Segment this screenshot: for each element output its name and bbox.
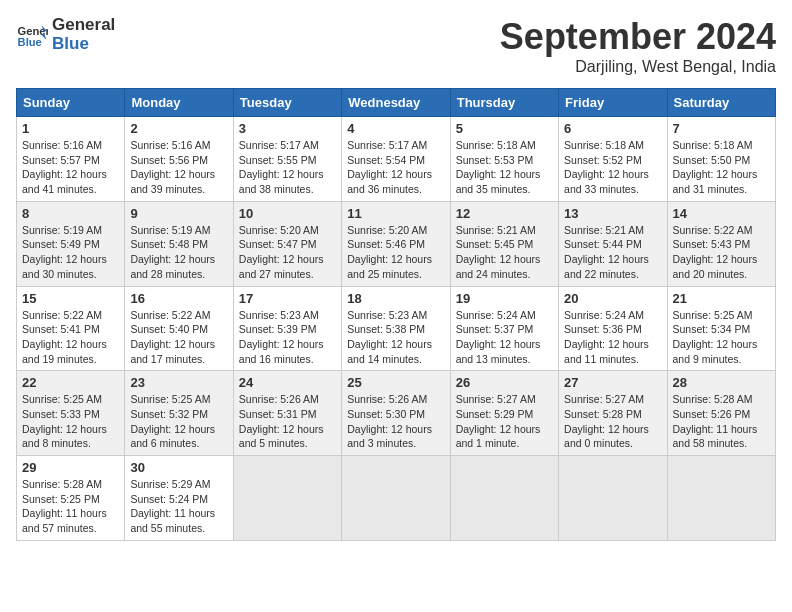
day-header-friday: Friday xyxy=(559,89,667,117)
day-info: Sunrise: 5:25 AM Sunset: 5:33 PM Dayligh… xyxy=(22,392,119,451)
calendar-table: SundayMondayTuesdayWednesdayThursdayFrid… xyxy=(16,88,776,541)
day-number: 7 xyxy=(673,121,770,136)
calendar-week-1: 1 Sunrise: 5:16 AM Sunset: 5:57 PM Dayli… xyxy=(17,117,776,202)
calendar-cell: 13 Sunrise: 5:21 AM Sunset: 5:44 PM Dayl… xyxy=(559,201,667,286)
page-header: General Blue General Blue September 2024… xyxy=(16,16,776,76)
day-info: Sunrise: 5:20 AM Sunset: 5:47 PM Dayligh… xyxy=(239,223,336,282)
calendar-cell: 10 Sunrise: 5:20 AM Sunset: 5:47 PM Dayl… xyxy=(233,201,341,286)
calendar-cell: 26 Sunrise: 5:27 AM Sunset: 5:29 PM Dayl… xyxy=(450,371,558,456)
calendar-cell xyxy=(667,456,775,541)
day-info: Sunrise: 5:23 AM Sunset: 5:38 PM Dayligh… xyxy=(347,308,444,367)
day-info: Sunrise: 5:16 AM Sunset: 5:57 PM Dayligh… xyxy=(22,138,119,197)
calendar-cell xyxy=(450,456,558,541)
calendar-week-4: 22 Sunrise: 5:25 AM Sunset: 5:33 PM Dayl… xyxy=(17,371,776,456)
calendar-cell: 2 Sunrise: 5:16 AM Sunset: 5:56 PM Dayli… xyxy=(125,117,233,202)
calendar-cell xyxy=(233,456,341,541)
calendar-week-5: 29 Sunrise: 5:28 AM Sunset: 5:25 PM Dayl… xyxy=(17,456,776,541)
day-info: Sunrise: 5:20 AM Sunset: 5:46 PM Dayligh… xyxy=(347,223,444,282)
day-info: Sunrise: 5:22 AM Sunset: 5:40 PM Dayligh… xyxy=(130,308,227,367)
day-header-tuesday: Tuesday xyxy=(233,89,341,117)
calendar-cell xyxy=(342,456,450,541)
day-number: 27 xyxy=(564,375,661,390)
calendar-cell: 15 Sunrise: 5:22 AM Sunset: 5:41 PM Dayl… xyxy=(17,286,125,371)
day-info: Sunrise: 5:23 AM Sunset: 5:39 PM Dayligh… xyxy=(239,308,336,367)
day-number: 25 xyxy=(347,375,444,390)
day-number: 4 xyxy=(347,121,444,136)
day-info: Sunrise: 5:17 AM Sunset: 5:54 PM Dayligh… xyxy=(347,138,444,197)
day-info: Sunrise: 5:27 AM Sunset: 5:29 PM Dayligh… xyxy=(456,392,553,451)
day-header-saturday: Saturday xyxy=(667,89,775,117)
calendar-cell: 24 Sunrise: 5:26 AM Sunset: 5:31 PM Dayl… xyxy=(233,371,341,456)
day-info: Sunrise: 5:28 AM Sunset: 5:26 PM Dayligh… xyxy=(673,392,770,451)
day-number: 26 xyxy=(456,375,553,390)
day-header-sunday: Sunday xyxy=(17,89,125,117)
day-number: 28 xyxy=(673,375,770,390)
day-info: Sunrise: 5:17 AM Sunset: 5:55 PM Dayligh… xyxy=(239,138,336,197)
location-title: Darjiling, West Bengal, India xyxy=(500,58,776,76)
day-info: Sunrise: 5:19 AM Sunset: 5:48 PM Dayligh… xyxy=(130,223,227,282)
title-block: September 2024 Darjiling, West Bengal, I… xyxy=(500,16,776,76)
day-number: 6 xyxy=(564,121,661,136)
calendar-cell: 27 Sunrise: 5:27 AM Sunset: 5:28 PM Dayl… xyxy=(559,371,667,456)
day-number: 1 xyxy=(22,121,119,136)
calendar-cell: 29 Sunrise: 5:28 AM Sunset: 5:25 PM Dayl… xyxy=(17,456,125,541)
day-number: 2 xyxy=(130,121,227,136)
calendar-header-row: SundayMondayTuesdayWednesdayThursdayFrid… xyxy=(17,89,776,117)
day-info: Sunrise: 5:21 AM Sunset: 5:44 PM Dayligh… xyxy=(564,223,661,282)
day-number: 23 xyxy=(130,375,227,390)
day-info: Sunrise: 5:26 AM Sunset: 5:31 PM Dayligh… xyxy=(239,392,336,451)
day-number: 22 xyxy=(22,375,119,390)
day-number: 5 xyxy=(456,121,553,136)
day-number: 21 xyxy=(673,291,770,306)
day-header-monday: Monday xyxy=(125,89,233,117)
logo-text-general: General xyxy=(52,16,115,35)
calendar-cell: 14 Sunrise: 5:22 AM Sunset: 5:43 PM Dayl… xyxy=(667,201,775,286)
day-info: Sunrise: 5:18 AM Sunset: 5:50 PM Dayligh… xyxy=(673,138,770,197)
calendar-cell: 21 Sunrise: 5:25 AM Sunset: 5:34 PM Dayl… xyxy=(667,286,775,371)
day-info: Sunrise: 5:25 AM Sunset: 5:32 PM Dayligh… xyxy=(130,392,227,451)
calendar-cell: 18 Sunrise: 5:23 AM Sunset: 5:38 PM Dayl… xyxy=(342,286,450,371)
day-info: Sunrise: 5:26 AM Sunset: 5:30 PM Dayligh… xyxy=(347,392,444,451)
calendar-cell: 22 Sunrise: 5:25 AM Sunset: 5:33 PM Dayl… xyxy=(17,371,125,456)
day-number: 10 xyxy=(239,206,336,221)
day-info: Sunrise: 5:19 AM Sunset: 5:49 PM Dayligh… xyxy=(22,223,119,282)
logo-icon: General Blue xyxy=(16,19,48,51)
day-number: 19 xyxy=(456,291,553,306)
day-number: 9 xyxy=(130,206,227,221)
day-number: 17 xyxy=(239,291,336,306)
day-info: Sunrise: 5:24 AM Sunset: 5:36 PM Dayligh… xyxy=(564,308,661,367)
day-info: Sunrise: 5:27 AM Sunset: 5:28 PM Dayligh… xyxy=(564,392,661,451)
calendar-cell xyxy=(559,456,667,541)
calendar-cell: 3 Sunrise: 5:17 AM Sunset: 5:55 PM Dayli… xyxy=(233,117,341,202)
day-number: 8 xyxy=(22,206,119,221)
day-number: 16 xyxy=(130,291,227,306)
day-info: Sunrise: 5:29 AM Sunset: 5:24 PM Dayligh… xyxy=(130,477,227,536)
calendar-week-3: 15 Sunrise: 5:22 AM Sunset: 5:41 PM Dayl… xyxy=(17,286,776,371)
day-number: 29 xyxy=(22,460,119,475)
day-header-wednesday: Wednesday xyxy=(342,89,450,117)
calendar-cell: 16 Sunrise: 5:22 AM Sunset: 5:40 PM Dayl… xyxy=(125,286,233,371)
calendar-cell: 25 Sunrise: 5:26 AM Sunset: 5:30 PM Dayl… xyxy=(342,371,450,456)
day-number: 12 xyxy=(456,206,553,221)
day-info: Sunrise: 5:22 AM Sunset: 5:41 PM Dayligh… xyxy=(22,308,119,367)
day-number: 3 xyxy=(239,121,336,136)
day-info: Sunrise: 5:22 AM Sunset: 5:43 PM Dayligh… xyxy=(673,223,770,282)
calendar-cell: 17 Sunrise: 5:23 AM Sunset: 5:39 PM Dayl… xyxy=(233,286,341,371)
calendar-cell: 11 Sunrise: 5:20 AM Sunset: 5:46 PM Dayl… xyxy=(342,201,450,286)
month-title: September 2024 xyxy=(500,16,776,58)
calendar-cell: 12 Sunrise: 5:21 AM Sunset: 5:45 PM Dayl… xyxy=(450,201,558,286)
calendar-week-2: 8 Sunrise: 5:19 AM Sunset: 5:49 PM Dayli… xyxy=(17,201,776,286)
logo-text-blue: Blue xyxy=(52,35,115,54)
day-info: Sunrise: 5:28 AM Sunset: 5:25 PM Dayligh… xyxy=(22,477,119,536)
day-info: Sunrise: 5:21 AM Sunset: 5:45 PM Dayligh… xyxy=(456,223,553,282)
calendar-cell: 5 Sunrise: 5:18 AM Sunset: 5:53 PM Dayli… xyxy=(450,117,558,202)
logo: General Blue General Blue xyxy=(16,16,115,53)
calendar-cell: 1 Sunrise: 5:16 AM Sunset: 5:57 PM Dayli… xyxy=(17,117,125,202)
svg-text:Blue: Blue xyxy=(18,36,42,48)
day-number: 13 xyxy=(564,206,661,221)
day-number: 30 xyxy=(130,460,227,475)
day-header-thursday: Thursday xyxy=(450,89,558,117)
day-info: Sunrise: 5:24 AM Sunset: 5:37 PM Dayligh… xyxy=(456,308,553,367)
calendar-cell: 20 Sunrise: 5:24 AM Sunset: 5:36 PM Dayl… xyxy=(559,286,667,371)
calendar-cell: 30 Sunrise: 5:29 AM Sunset: 5:24 PM Dayl… xyxy=(125,456,233,541)
